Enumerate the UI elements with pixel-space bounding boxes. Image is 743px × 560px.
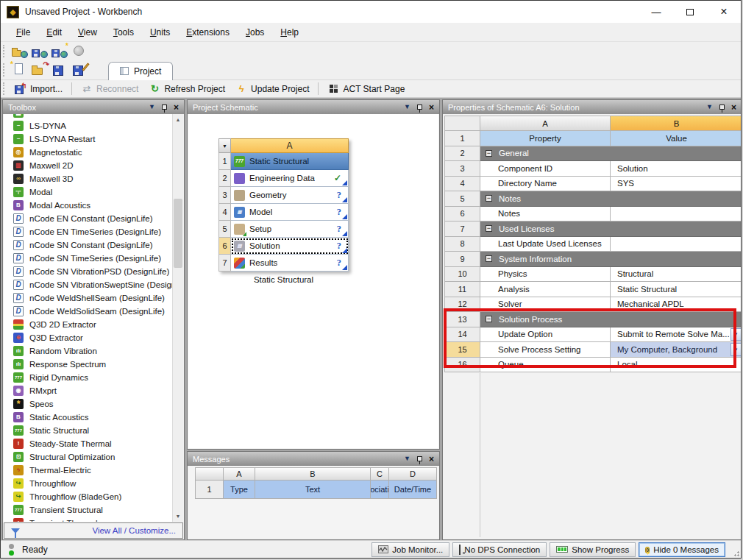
toolbox-item-ncode-sn-vibrationsweptsine-designl[interactable]: DnCode SN VibrationSweptSine (DesignL — [4, 278, 183, 291]
chevron-down-icon[interactable]: ▼ — [404, 104, 410, 110]
scroll-up-icon[interactable]: ▲ — [173, 114, 183, 125]
menu-file[interactable]: File — [8, 27, 38, 38]
chevron-down-icon[interactable]: ▼ — [149, 104, 155, 110]
cell-engineering-data[interactable]: Engineering Data✓ — [231, 170, 349, 187]
toolbox-item-rmxprt[interactable]: ◉RMxprt — [4, 384, 183, 397]
row-number[interactable]: 10 — [445, 267, 480, 283]
chevron-down-icon[interactable]: ▼ — [706, 104, 713, 110]
toolbox-item-structural-optimization[interactable]: ⊡Structural Optimization — [4, 450, 183, 464]
group-header-general[interactable]: −General — [480, 146, 742, 162]
toolbox-item-q3d-extractor[interactable]: ⊕Q3D Extractor — [4, 331, 183, 344]
toolbox-item-ncode-en-constant-designlife[interactable]: DnCode EN Constant (DesignLife) — [4, 212, 183, 225]
toolbar-grip[interactable] — [3, 63, 7, 77]
chevron-down-icon[interactable]: ▼ — [404, 456, 410, 462]
import-archive-icon[interactable] — [10, 43, 29, 60]
row-number[interactable]: 16 — [445, 358, 480, 373]
messages-cell-2[interactable]: Text — [255, 481, 371, 499]
row-number[interactable]: 15 — [445, 342, 480, 358]
scroll-down-icon[interactable]: ▼ — [173, 511, 183, 522]
group-header-solution-process[interactable]: −Solution Process — [480, 312, 742, 327]
toolbox-item-ncode-sn-constant-designlife[interactable]: DnCode SN Constant (DesignLife) — [4, 238, 183, 252]
cell-model[interactable]: ▦Model? — [231, 204, 349, 221]
view-all-customize-link[interactable]: View All / Customize... — [92, 526, 176, 535]
row-number[interactable]: 1 — [445, 131, 480, 146]
toolbox-item-maxwell-2d[interactable]: ▥Maxwell 2D — [4, 159, 183, 172]
toolbox-item-ncode-sn-timeseries-designlife[interactable]: DnCode SN TimeSeries (DesignLife) — [4, 252, 183, 265]
row-number[interactable]: 6 — [218, 238, 231, 255]
messages-column-c[interactable]: C — [371, 467, 389, 481]
toolbox-item-maxwell-3d[interactable]: ∞Maxwell 3D — [4, 172, 183, 185]
toolbar-grip[interactable] — [3, 82, 7, 94]
open-project-icon[interactable]: ↷ — [30, 62, 49, 78]
menu-tools[interactable]: Tools — [105, 27, 142, 38]
toolbox-item-transient-thermal[interactable]: !Transient Thermal — [4, 517, 183, 522]
row-number[interactable]: 3 — [218, 187, 231, 204]
cell-solution[interactable]: ▤Solution? — [231, 238, 349, 255]
toolbox-item-rigid-dynamics[interactable]: 777Rigid Dynamics — [4, 371, 183, 384]
menu-jobs[interactable]: Jobs — [238, 27, 272, 38]
show-progress-button[interactable]: Show Progress — [550, 542, 636, 557]
row-number[interactable]: 2 — [218, 170, 231, 187]
toolbox-item-modal-acoustics[interactable]: BModal Acoustics — [4, 199, 183, 212]
close-button[interactable]: × — [707, 1, 741, 23]
toolbox-item-ncode-sn-vibrationpsd-designlife[interactable]: DnCode SN VibrationPSD (DesignLife) — [4, 265, 183, 278]
close-icon[interactable]: × — [429, 455, 434, 464]
messages-column-a[interactable]: A — [224, 467, 255, 481]
messages-column-d[interactable]: D — [389, 467, 437, 481]
group-header-used-licenses[interactable]: −Used Licenses — [480, 221, 742, 237]
messages-cell-1[interactable]: Type — [224, 481, 255, 499]
pin-icon[interactable] — [162, 104, 167, 110]
toolbox-item-speos[interactable]: *Speos — [4, 397, 183, 411]
collapse-minus-icon[interactable]: − — [486, 316, 492, 322]
hide-0-messages-button[interactable]: 0Hide 0 Messages — [639, 542, 725, 557]
row-number[interactable]: 6 — [445, 207, 480, 222]
row-number[interactable]: 5 — [445, 191, 480, 207]
menu-edit[interactable]: Edit — [38, 27, 70, 38]
dropdown-arrow-icon[interactable]: ▼ — [730, 328, 742, 341]
toolbox-item-throughflow[interactable]: ↪Throughflow — [4, 477, 183, 490]
messages-cell-4[interactable]: Date/Time — [389, 481, 437, 499]
reconnect-button[interactable]: ⇄Reconnect — [76, 82, 143, 96]
row-number[interactable]: 3 — [445, 161, 480, 177]
row-number[interactable]: 5 — [218, 221, 231, 238]
property-value-solve-process-setting[interactable]: My Computer, Background▼ — [611, 342, 742, 358]
row-number[interactable]: 1 — [218, 153, 231, 170]
toolbox-item-steady-state-thermal[interactable]: !Steady-State Thermal — [4, 437, 183, 450]
toolbox-item-throughflow-bladegen[interactable]: ↪Throughflow (BladeGen) — [4, 490, 183, 503]
toolbar-grip[interactable] — [3, 45, 7, 58]
collapse-minus-icon[interactable]: − — [486, 255, 492, 262]
scrollbar-thumb[interactable] — [174, 199, 182, 268]
row-number[interactable]: 7 — [218, 255, 231, 272]
toolbox-item-q3d-2d-extractor[interactable]: Q3D 2D Extractor — [4, 318, 183, 331]
close-icon[interactable]: × — [174, 103, 179, 112]
new-project-icon[interactable]: * — [10, 62, 29, 78]
pin-icon[interactable] — [417, 104, 422, 110]
tab-project[interactable]: Project — [108, 62, 173, 80]
row-number[interactable]: 7 — [445, 221, 480, 237]
no-dps-connection-button[interactable]: No DPS Connection — [452, 542, 547, 557]
row-number[interactable]: 12 — [445, 297, 480, 313]
row-number[interactable]: 2 — [445, 146, 480, 162]
import-button[interactable]: ↰Import... — [10, 82, 68, 96]
row-number[interactable]: 4 — [218, 204, 231, 221]
system-column-header[interactable]: A — [231, 138, 349, 153]
toolbox-item-response-spectrum[interactable]: ılıResponse Spectrum — [4, 358, 183, 371]
property-value-update-option[interactable]: Submit to Remote Solve Ma...▼ — [611, 327, 742, 343]
toolbox-item-magnetostatic[interactable]: ◎Magnetostatic — [4, 146, 183, 159]
menu-view[interactable]: View — [70, 27, 105, 38]
messages-cell-3[interactable]: ociati — [371, 481, 389, 499]
globe-disabled-icon[interactable] — [70, 43, 88, 60]
pin-icon[interactable] — [417, 456, 422, 461]
cell-setup[interactable]: Setup? — [231, 221, 349, 238]
collapse-minus-icon[interactable]: − — [486, 225, 492, 232]
toolbox-item-ls-dyna[interactable]: ~LS-DYNA — [4, 119, 183, 132]
toolbox-item-thermal-electric[interactable]: ϟThermal-Electric — [4, 464, 183, 477]
refresh-project-button[interactable]: ↻Refresh Project — [143, 82, 230, 96]
cell-geometry[interactable]: Geometry? — [231, 187, 349, 204]
messages-column-b[interactable]: B — [255, 467, 371, 481]
row-number[interactable]: 14 — [445, 327, 480, 343]
toolbox-item-transient-structural[interactable]: 777Transient Structural — [4, 503, 183, 517]
row-number[interactable]: 4 — [445, 177, 480, 192]
toolbox-item-ncode-weldsolidseam-designlife[interactable]: DnCode WeldSolidSeam (DesignLife) — [4, 305, 183, 318]
system-menu-arrow-icon[interactable]: ▼ — [218, 138, 231, 153]
